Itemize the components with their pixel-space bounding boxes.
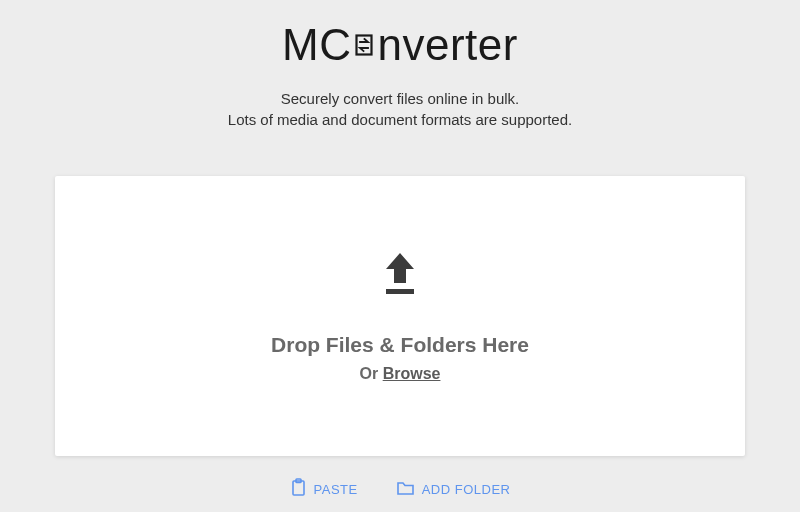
- paste-label: PASTE: [314, 482, 358, 497]
- logo-suffix: nverter: [377, 20, 517, 70]
- paste-button[interactable]: PASTE: [290, 478, 358, 500]
- dropzone-heading: Drop Files & Folders Here: [271, 333, 529, 357]
- action-bar: PASTE ADD FOLDER: [290, 478, 511, 500]
- logo-prefix: MC: [282, 20, 351, 70]
- browse-link[interactable]: Browse: [383, 365, 441, 382]
- logo: MC nverter: [282, 20, 518, 70]
- or-prefix: Or: [360, 365, 383, 382]
- subtitle: Securely convert files online in bulk. L…: [228, 88, 572, 130]
- folder-icon: [396, 480, 415, 499]
- dropzone-subtext: Or Browse: [360, 365, 441, 383]
- file-dropzone[interactable]: Drop Files & Folders Here Or Browse: [55, 176, 745, 456]
- clipboard-icon: [290, 478, 307, 500]
- subtitle-line1: Securely convert files online in bulk.: [228, 88, 572, 109]
- svg-rect-1: [386, 289, 414, 294]
- add-folder-label: ADD FOLDER: [422, 482, 511, 497]
- convert-icon: [352, 31, 376, 59]
- upload-icon: [378, 249, 422, 301]
- subtitle-line2: Lots of media and document formats are s…: [228, 109, 572, 130]
- add-folder-button[interactable]: ADD FOLDER: [396, 480, 511, 499]
